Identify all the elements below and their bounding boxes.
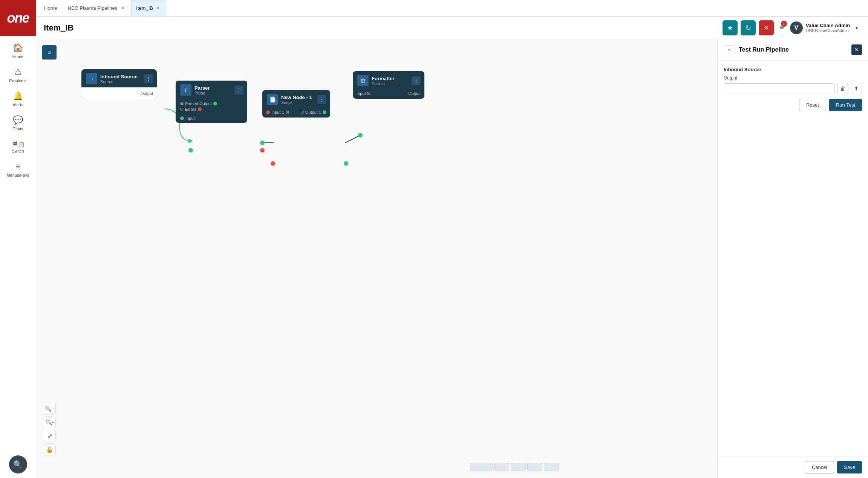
tab-item-ib[interactable]: Item_IB ✕ — [131, 0, 166, 16]
sidebar-item-menus[interactable]: ≡ Menus/Favs — [0, 158, 36, 181]
panel-header: » Test Run Pipeline ✕ — [718, 39, 868, 61]
zoom-in-button[interactable]: 🔍+ — [44, 403, 56, 415]
panel-body: Inbound Source Output 🗑 ⬆ Reset Run Test — [718, 61, 868, 456]
page-title: Item_IB — [44, 23, 718, 33]
switch-icon2: 📋 — [18, 141, 25, 147]
tab-home-label: Home — [44, 5, 57, 11]
zoom-out-icon: 🔍- — [46, 419, 54, 425]
canvas-container: ≡ — [36, 39, 868, 478]
parser-port-grid1: ⊞ — [180, 101, 184, 106]
delete-input-button[interactable]: 🗑 — [837, 83, 848, 94]
tab-bar: Home NEO Plasma Pipelines ✕ Item_IB ✕ — [36, 0, 868, 17]
parser-node-menu[interactable]: ⋮ — [234, 86, 243, 95]
lock-button[interactable]: 🔒 — [44, 443, 56, 455]
minimap-rect-4 — [527, 463, 542, 470]
upload-icon: ⬆ — [854, 86, 859, 92]
minimap-rect-5 — [544, 463, 559, 470]
formatter-output-label: Output — [408, 91, 421, 96]
parser-node-icon: T — [180, 84, 191, 96]
inbound-node-titles: Inbound Source Source — [100, 74, 141, 84]
formatter-input-label: Input — [357, 91, 366, 96]
svg-point-3 — [271, 161, 275, 166]
svg-point-0 — [188, 148, 193, 153]
panel-close-button[interactable]: ✕ — [851, 44, 862, 55]
formatter-subtitle: Format — [372, 81, 409, 86]
tab-home[interactable]: Home — [39, 0, 62, 16]
favorite-button[interactable]: ★ — [723, 20, 738, 35]
newnode-subtitle: Script — [281, 100, 314, 105]
cancel-button[interactable]: Cancel — [805, 461, 834, 473]
run-test-button[interactable]: Run Test — [829, 99, 862, 111]
newnode-grid1: ⊞ — [286, 110, 289, 115]
menu-button[interactable]: ≡ 1 — [777, 21, 787, 35]
switch-icon: 🖥 — [11, 139, 18, 147]
formatter-grid1: ⊞ — [367, 91, 370, 96]
trash-icon: 🗑 — [840, 86, 845, 92]
newnode-titles: New Node - 1 Script — [281, 95, 314, 105]
parser-node-title: Parser — [194, 85, 231, 91]
app-logo[interactable]: one — [0, 0, 36, 36]
input1-dot — [266, 110, 270, 114]
expand-icon: » — [728, 47, 730, 53]
zoom-tools: 🔍+ 🔍- ⤢ 🔒 — [44, 403, 56, 455]
inbound-node-icon: → — [86, 73, 97, 84]
inbound-node-footer: Output — [81, 87, 157, 99]
reset-button[interactable]: Reset — [799, 99, 826, 111]
parser-node-titles: Parser Parse — [194, 85, 231, 95]
input1-label: Input 1 — [271, 110, 284, 115]
bell-icon: 🔔 — [13, 91, 23, 101]
pipeline-canvas[interactable]: ≡ — [36, 39, 717, 478]
sidebar-item-label: Home — [12, 54, 23, 59]
inbound-node-subtitle: Source — [100, 79, 141, 84]
main-area: Home NEO Plasma Pipelines ✕ Item_IB ✕ It… — [36, 0, 868, 478]
parser-port-grid2: ⊞ — [180, 107, 184, 111]
user-avatar-sidebar[interactable]: 🔍 — [9, 455, 27, 473]
menu-icon: ≡ — [15, 162, 20, 171]
minimap-rect-3 — [511, 463, 526, 470]
panel-input-row: 🗑 ⬆ — [724, 83, 862, 94]
panel-subsection-title: Output — [724, 75, 862, 81]
newnode-title: New Node - 1 — [281, 95, 314, 100]
close-button[interactable]: ✕ — [759, 20, 774, 35]
sidebar-nav: 🏠 Home ⚠ Problems 🔔 Alerts 💬 Chats 🖥 📋 S… — [0, 36, 36, 181]
user-dropdown-arrow[interactable]: ▼ — [853, 24, 860, 32]
sidebar-item-label: Chats — [12, 127, 23, 131]
canvas-list-button[interactable]: ≡ — [42, 45, 57, 60]
sidebar-item-home[interactable]: 🏠 Home — [0, 39, 36, 63]
formatter-menu[interactable]: ⋮ — [412, 76, 421, 85]
fit-view-button[interactable]: ⤢ — [44, 430, 56, 442]
sidebar-item-alerts[interactable]: 🔔 Alerts — [0, 87, 36, 111]
newnode-icon: 📄 — [267, 94, 278, 105]
zoom-out-button[interactable]: 🔍- — [44, 416, 56, 428]
inbound-node-menu[interactable]: ⋮ — [144, 74, 153, 83]
refresh-button[interactable]: ↻ — [741, 20, 756, 35]
upload-input-button[interactable]: ⬆ — [851, 83, 862, 94]
sidebar-item-label: Alerts — [12, 102, 23, 107]
save-button[interactable]: Save — [837, 461, 862, 473]
user-name: Value Chain Admin — [806, 23, 850, 28]
sidebar-item-chats[interactable]: 💬 Chats — [0, 111, 36, 135]
formatter-ports: Input ⊞ Output — [353, 89, 424, 99]
output-input[interactable] — [724, 83, 835, 94]
inbound-node-header: → Inbound Source Source ⋮ — [81, 69, 157, 87]
header-bar: Item_IB ★ ↻ ✕ ≡ 1 V Value Chain Admin ON… — [36, 17, 868, 39]
sidebar-item-label: Menus/Favs — [7, 173, 29, 177]
tab-item-ib-close[interactable]: ✕ — [155, 5, 161, 11]
newnode-ports: Input 1 ⊞ ⊞ Output 1 — [262, 108, 330, 118]
svg-point-5 — [358, 133, 363, 137]
new-node-1: 📄 New Node - 1 Script ⋮ Input 1 ⊞ ⊞ — [262, 90, 330, 118]
sidebar-item-problems[interactable]: ⚠ Problems — [0, 63, 36, 87]
svg-point-2 — [260, 148, 265, 153]
newnode-menu[interactable]: ⋮ — [317, 95, 326, 104]
lock-icon: 🔒 — [46, 446, 54, 453]
newnode-grid2: ⊞ — [300, 110, 304, 115]
tab-neo-plasma[interactable]: NEO Plasma Pipelines ✕ — [63, 0, 131, 16]
user-initial: V — [795, 24, 799, 31]
parser-input-label: Input — [185, 116, 194, 121]
formatter-title: Formatter — [372, 76, 409, 81]
parser-ports: ⊞ Parsed Output ⊞ Errors — [176, 99, 247, 115]
panel-expand-button[interactable]: » — [724, 45, 735, 54]
sidebar-item-switch[interactable]: 🖥 📋 Switch — [0, 136, 36, 157]
header-actions: ★ ↻ ✕ ≡ 1 V Value Chain Admin ONEIValueC… — [723, 20, 860, 35]
tab-neo-close[interactable]: ✕ — [119, 5, 126, 11]
